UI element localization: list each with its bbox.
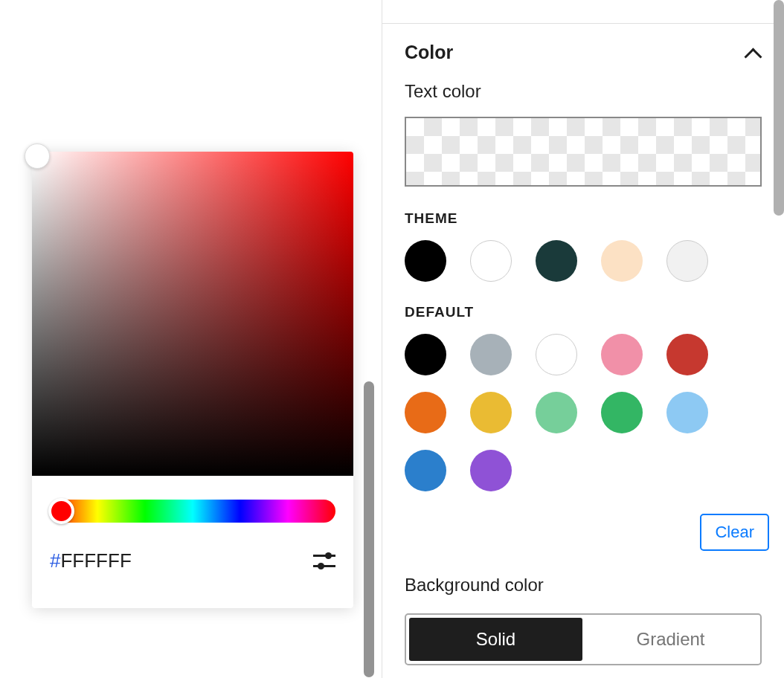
hex-hash: #: [50, 549, 60, 572]
solid-gradient-tabs: Solid Gradient: [405, 613, 762, 665]
color-swatch[interactable]: [666, 240, 708, 282]
color-swatch[interactable]: [666, 392, 708, 433]
scrollbar-sidebar[interactable]: [774, 0, 784, 216]
color-swatch[interactable]: [601, 240, 643, 282]
default-label: DEFAULT: [382, 304, 784, 334]
scrollbar-left[interactable]: [364, 381, 374, 677]
hue-slider[interactable]: [50, 500, 335, 523]
saturation-cursor[interactable]: [25, 143, 50, 169]
color-panel-header[interactable]: Color: [382, 24, 784, 81]
theme-swatch-row: [382, 240, 784, 304]
color-swatch[interactable]: [470, 392, 512, 433]
hex-digits: FFFFFF: [60, 549, 131, 572]
color-swatch[interactable]: [405, 450, 446, 491]
hue-cursor[interactable]: [48, 498, 74, 524]
color-swatch[interactable]: [405, 334, 446, 375]
sidebar: Color Text color THEME DEFAULT Clear Bac…: [382, 0, 784, 678]
color-swatch[interactable]: [470, 450, 512, 491]
text-color-label: Text color: [382, 81, 784, 117]
color-swatch[interactable]: [666, 334, 708, 375]
panel-title: Color: [405, 42, 453, 63]
color-swatch[interactable]: [601, 392, 643, 433]
hex-value-display[interactable]: #FFFFFF: [50, 549, 132, 572]
color-swatch[interactable]: [405, 240, 446, 282]
tab-gradient[interactable]: Gradient: [584, 618, 757, 661]
default-swatch-row: [382, 334, 784, 514]
saturation-brightness-area[interactable]: [32, 152, 353, 476]
hex-input-row: #FFFFFF: [32, 523, 353, 608]
theme-label: THEME: [382, 210, 784, 240]
sliders-icon[interactable]: [313, 552, 335, 571]
color-picker-popup: #FFFFFF: [32, 152, 353, 608]
color-swatch[interactable]: [470, 334, 512, 375]
clear-row: Clear: [382, 514, 784, 575]
color-swatch[interactable]: [536, 392, 577, 433]
chevron-up-icon: [744, 48, 762, 58]
clear-button[interactable]: Clear: [700, 514, 769, 551]
tab-solid[interactable]: Solid: [409, 618, 582, 661]
color-swatch[interactable]: [536, 334, 577, 375]
color-swatch[interactable]: [470, 240, 512, 282]
text-color-preview[interactable]: [405, 117, 762, 187]
color-swatch[interactable]: [405, 392, 446, 433]
background-color-label: Background color: [382, 575, 784, 613]
color-swatch[interactable]: [601, 334, 643, 375]
sidebar-top-spacer: [382, 0, 784, 24]
color-swatch[interactable]: [536, 240, 577, 282]
